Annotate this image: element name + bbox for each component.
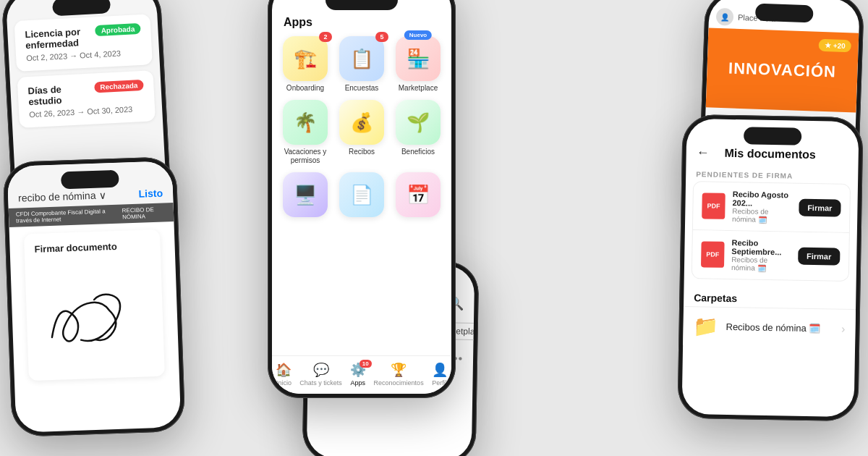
nav-perfil[interactable]: 👤 Perfil (432, 362, 448, 387)
firma-box: Firmar documento (24, 229, 165, 381)
nav-reconocimientos-label: Reconocimientos (374, 379, 424, 387)
app-marketplace[interactable]: 🏪 Nuevo Marketplace (393, 36, 443, 93)
nav-inicio[interactable]: 🏠 Inicio (276, 362, 292, 387)
phone-firma: recibo de nómina ∨ Listo CFDI Comprobant… (2, 156, 185, 437)
doc-info-1: Recibo Agosto 202... Recibos de nómina 🗓… (732, 190, 792, 224)
app-label-vacaciones: Vacaciones ypermisos (284, 148, 327, 165)
app-label-onboarding: Onboarding (286, 84, 324, 93)
apps-nav-badge: 10 (359, 360, 372, 368)
pdf-icon-1: PDF (702, 193, 726, 219)
leave-item-1: Licencia por enfermedad Aprobada Oct 2, … (14, 14, 153, 72)
cfdi-left: CFDI Comprobante Fiscal Digital a través… (16, 208, 122, 224)
home-icon: 🏠 (276, 362, 292, 378)
app-badge-onboarding: 2 (319, 32, 332, 42)
app-label-beneficios: Beneficios (401, 148, 435, 156)
folder-row-1[interactable]: 📁 Recibos de nómina 🗓️ › (683, 306, 856, 348)
user-icon: 👤 (432, 362, 448, 378)
app-label-recibos: Recibos (349, 148, 375, 156)
doc-name-2: Recibo Septiembre... (731, 238, 791, 256)
doc-info-2: Recibo Septiembre... Recibos de nómina 🗓… (731, 238, 791, 272)
firma-canvas[interactable] (35, 258, 154, 370)
nav-inicio-label: Inicio (276, 379, 292, 387)
app-label-encuestas: Encuestas (345, 84, 379, 93)
leave-title-2: Días de estudio (27, 82, 95, 107)
app-8[interactable]: 📄 (337, 172, 386, 220)
app-9[interactable]: 📅 (393, 172, 443, 220)
app-label-marketplace: Marketplace (399, 84, 438, 93)
phone-documentos: ← Mis documentos PENDIENTES DE FIRMA PDF… (677, 114, 863, 421)
nav-apps[interactable]: ⚙️ 10 Apps (350, 362, 366, 387)
apps-grid: 🏗️ 2 Onboarding 📋 5 Encuestas 🏪 (272, 36, 451, 220)
avatar-icon: 👤 (716, 8, 734, 26)
carpetas-label: Carpetas (684, 286, 856, 309)
firmar-btn-2[interactable]: Firmar (798, 248, 841, 266)
folder-icon: 📁 (693, 314, 719, 339)
doc-sub-1: Recibos de nómina 🗓️ (732, 207, 791, 224)
back-button[interactable]: ← (697, 145, 710, 160)
chevron-right-icon: › (841, 322, 846, 335)
pdf-icon-2: PDF (701, 241, 725, 268)
status-badge-rejected-2: Rechazada (94, 80, 144, 93)
phone-apps: Apps 🏗️ 2 Onboarding 📋 5 Encuestas (268, 0, 456, 398)
chat-icon: 💬 (313, 362, 329, 378)
app-recibos[interactable]: 💰 Recibos (337, 100, 386, 165)
nav-chats-label: Chats y tickets (299, 379, 342, 387)
phone2-navbar: 🏠 Inicio 💬 Chats y tickets ⚙️ 10 Apps 🏆 … (272, 355, 451, 394)
leave-title-1: Licencia por enfermedad (25, 25, 96, 51)
phone-notch-docs (744, 127, 801, 145)
doc-sub-2: Recibos de nómina 🗓️ (731, 256, 791, 272)
nav-apps-label: Apps (350, 379, 365, 387)
app-vacaciones[interactable]: 🌴 Vacaciones ypermisos (281, 100, 330, 165)
folder-name: Recibos de nómina 🗓️ (726, 321, 834, 334)
cfdi-right: RECIBO DE NÓMINA (122, 206, 167, 220)
leave-item-2: Días de estudio Rechazada Oct 26, 2023 →… (17, 70, 156, 128)
doc-row-2: PDF Recibo Septiembre... Recibos de nómi… (692, 230, 849, 281)
app-badge-encuestas: 5 (375, 32, 388, 42)
firmar-btn-1[interactable]: Firmar (799, 199, 841, 217)
trophy-icon: 🏆 (391, 362, 407, 378)
pendientes-box: PDF Recibo Agosto 202... Recibos de nómi… (692, 181, 851, 282)
signature-svg (35, 269, 154, 360)
doc-name-1: Recibo Agosto 202... (732, 190, 791, 208)
nuevo-badge: Nuevo (404, 30, 432, 40)
nav-perfil-label: Perfil (432, 379, 447, 387)
innovacion-banner: ★ +20 INNOVACIÓN (706, 28, 859, 112)
firma-title: Firmar documento (34, 240, 150, 255)
phone-notch-innovacion (755, 4, 814, 23)
status-badge-approved-1: Aprobada (95, 23, 140, 36)
doc-row-1: PDF Recibo Agosto 202... Recibos de nómi… (693, 182, 850, 233)
star-badge: ★ +20 (819, 39, 851, 53)
app-onboarding[interactable]: 🏗️ 2 Onboarding (281, 36, 330, 93)
nomina-dropdown[interactable]: recibo de nómina ∨ (18, 189, 106, 203)
phone-notch-apps (326, 0, 398, 10)
mis-documentos-title: Mis documentos (717, 146, 824, 161)
innovacion-title: INNOVACIÓN (728, 59, 837, 81)
phone-notch-firma (61, 170, 119, 190)
app-encuestas[interactable]: 📋 5 Encuestas (337, 36, 386, 93)
app-7[interactable]: 🖥️ (281, 172, 330, 220)
nav-reconocimientos[interactable]: 🏆 Reconocimientos (374, 362, 424, 387)
nav-chats[interactable]: 💬 Chats y tickets (299, 362, 342, 387)
listo-button[interactable]: Listo (138, 187, 163, 200)
app-beneficios[interactable]: 🌱 Beneficios (393, 100, 443, 165)
